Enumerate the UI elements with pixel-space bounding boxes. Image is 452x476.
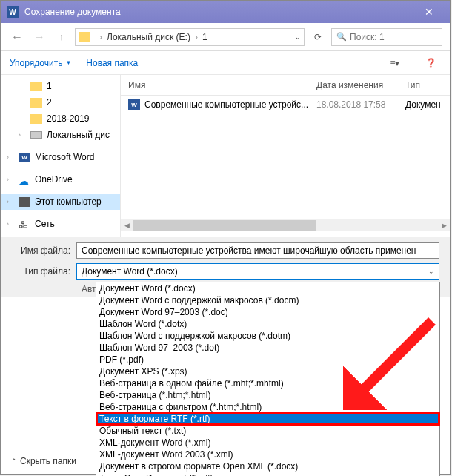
up-button[interactable]: ↑ — [53, 28, 70, 46]
folder-icon — [30, 114, 42, 124]
dropdown-option[interactable]: Документ Word (*.docx) — [96, 282, 439, 294]
chevron-icon: ⌃ — [11, 457, 17, 465]
list-item[interactable]: W Современные компьютерные устройс... 18… — [121, 96, 450, 113]
sidebar-item-network[interactable]: › 🖧 Сеть — [1, 216, 120, 232]
folder-icon — [79, 32, 90, 42]
sidebar-item-folder-1[interactable]: 1 — [1, 78, 120, 94]
dropdown-option[interactable]: Документ Word с поддержкой макросов (*.d… — [96, 294, 439, 306]
scroll-thumb[interactable] — [133, 220, 316, 231]
folder-icon — [30, 98, 42, 108]
titlebar: W Сохранение документа ✕ — [1, 1, 450, 23]
filename-label: Имя файла: — [11, 245, 70, 256]
forward-button[interactable]: → — [30, 28, 48, 46]
dropdown-option[interactable]: Обычный текст (*.txt) — [96, 425, 439, 437]
search-box[interactable]: 🔍 — [331, 28, 442, 46]
file-list: Имя Дата изменения Тип W Современные ком… — [121, 75, 450, 237]
col-type[interactable]: Тип — [405, 80, 450, 90]
filename-row: Имя файла: — [11, 242, 439, 259]
search-icon: 🔍 — [336, 32, 347, 42]
dropdown-option[interactable]: PDF (*.pdf) — [96, 354, 439, 366]
navbar: ← → ↑ › Локальный диск (E:) › 1 ⌄ ⟳ 🔍 — [1, 23, 450, 51]
help-button[interactable]: ❓ — [420, 55, 441, 71]
dropdown-option[interactable]: XML-документ Word (*.xml) — [96, 437, 439, 449]
sidebar-item-onedrive[interactable]: › ☁ OneDrive — [1, 171, 120, 188]
filetype-dropdown: Документ Word (*.docx)Документ Word с по… — [96, 282, 440, 476]
cloud-icon: ☁ — [19, 175, 30, 185]
chevron-icon: › — [7, 198, 9, 205]
chevron-down-icon: ⌄ — [428, 268, 434, 275]
sidebar-item-drive[interactable]: › Локальный дис — [1, 127, 120, 143]
breadcrumb-folder[interactable]: 1 — [202, 32, 207, 42]
sidebar: 1 2 2018-2019 › Локальный дис › W Micros… — [1, 75, 121, 237]
breadcrumb-drive[interactable]: Локальный диск (E:) — [107, 32, 190, 42]
scroll-right-icon[interactable]: ▶ — [438, 220, 450, 231]
close-button[interactable]: ✕ — [414, 1, 444, 22]
chevron-icon: › — [7, 220, 9, 228]
toolbar: Упорядочить ▼ Новая папка ≡▾ ❓ — [1, 51, 450, 75]
col-date[interactable]: Дата изменения — [316, 80, 405, 90]
back-button[interactable]: ← — [8, 28, 26, 46]
dropdown-option[interactable]: Шаблон Word (*.dotx) — [96, 318, 439, 330]
word-icon: W — [19, 153, 30, 162]
scroll-left-icon[interactable]: ◀ — [121, 220, 133, 231]
filetype-combo[interactable]: Документ Word (*.docx) ⌄ — [76, 263, 439, 280]
dialog-title: Сохранение документа — [24, 7, 414, 17]
dropdown-option[interactable]: Текст OpenDocument (*.odt) — [96, 472, 439, 476]
new-folder-button[interactable]: Новая папка — [86, 58, 138, 68]
save-dialog: W Сохранение документа ✕ ← → ↑ › Локальн… — [0, 0, 451, 475]
chevron-icon: › — [99, 32, 102, 42]
breadcrumb[interactable]: › Локальный диск (E:) › 1 ⌄ — [75, 28, 305, 46]
filename-input[interactable] — [76, 242, 439, 259]
sidebar-item-folder-2018[interactable]: 2018-2019 — [1, 110, 120, 127]
dropdown-option[interactable]: Документ XPS (*.xps) — [96, 366, 439, 377]
refresh-button[interactable]: ⟳ — [309, 28, 327, 46]
sidebar-item-word[interactable]: › W Microsoft Word — [1, 149, 120, 165]
main-panel: 1 2 2018-2019 › Локальный дис › W Micros… — [1, 75, 450, 237]
chevron-icon: › — [195, 32, 198, 42]
list-header: Имя Дата изменения Тип — [121, 75, 450, 96]
chevron-icon: › — [19, 131, 21, 139]
hide-folders-button[interactable]: ⌃ Скрыть папки — [11, 456, 76, 466]
scroll-track[interactable] — [133, 220, 438, 231]
sidebar-item-folder-2[interactable]: 2 — [1, 94, 120, 110]
dropdown-option[interactable]: XML-документ Word 2003 (*.xml) — [96, 449, 439, 460]
chevron-icon: › — [7, 153, 9, 161]
dropdown-option[interactable]: Шаблон Word 97–2003 (*.dot) — [96, 342, 439, 354]
word-doc-icon: W — [128, 99, 140, 110]
word-icon: W — [7, 6, 19, 18]
filetype-row: Тип файла: Документ Word (*.docx) ⌄ — [11, 263, 439, 280]
chevron-down-icon[interactable]: ⌄ — [295, 33, 301, 41]
organize-button[interactable]: Упорядочить ▼ — [10, 58, 71, 68]
pc-icon — [19, 197, 30, 207]
folder-icon — [30, 82, 42, 91]
filetype-label: Тип файла: — [11, 266, 70, 277]
dropdown-option[interactable]: Веб-страница (*.htm;*.html) — [96, 389, 439, 401]
search-input[interactable] — [350, 32, 437, 42]
dropdown-option[interactable]: Веб-страница с фильтром (*.htm;*.html) — [96, 401, 439, 413]
chevron-icon: › — [7, 176, 9, 183]
network-icon: 🖧 — [19, 219, 30, 229]
dropdown-option[interactable]: Текст в формате RTF (*.rtf) — [96, 413, 439, 425]
dropdown-option[interactable]: Документ Word 97–2003 (*.doc) — [96, 306, 439, 318]
view-button[interactable]: ≡▾ — [385, 55, 405, 71]
dropdown-option[interactable]: Шаблон Word с поддержкой макросов (*.dot… — [96, 330, 439, 342]
sidebar-item-this-pc[interactable]: › Этот компьютер — [1, 194, 120, 210]
horizontal-scrollbar[interactable]: ◀ ▶ — [121, 219, 450, 231]
col-name[interactable]: Имя — [128, 80, 316, 90]
dropdown-option[interactable]: Веб-страница в одном файле (*.mht;*.mhtm… — [96, 377, 439, 389]
drive-icon — [30, 131, 42, 139]
dropdown-option[interactable]: Документ в строгом формате Open XML (*.d… — [96, 460, 439, 472]
